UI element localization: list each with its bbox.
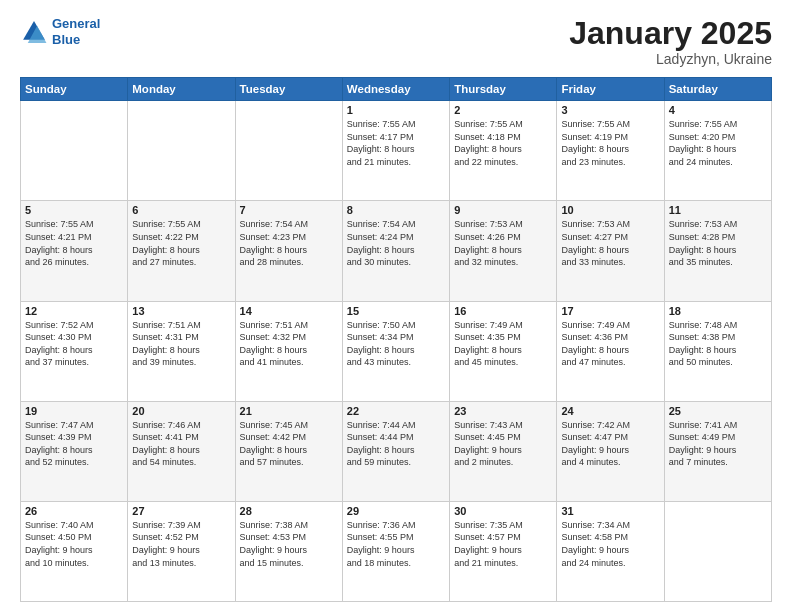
- day-info: Sunrise: 7:49 AM Sunset: 4:36 PM Dayligh…: [561, 319, 659, 369]
- day-info: Sunrise: 7:42 AM Sunset: 4:47 PM Dayligh…: [561, 419, 659, 469]
- day-info: Sunrise: 7:55 AM Sunset: 4:22 PM Dayligh…: [132, 218, 230, 268]
- logo: General Blue: [20, 16, 100, 47]
- day-number: 19: [25, 405, 123, 417]
- day-info: Sunrise: 7:50 AM Sunset: 4:34 PM Dayligh…: [347, 319, 445, 369]
- header: General Blue January 2025 Ladyzhyn, Ukra…: [20, 16, 772, 67]
- calendar-cell: 18Sunrise: 7:48 AM Sunset: 4:38 PM Dayli…: [664, 301, 771, 401]
- day-number: 4: [669, 104, 767, 116]
- logo-text: General Blue: [52, 16, 100, 47]
- day-number: 20: [132, 405, 230, 417]
- calendar-cell: 27Sunrise: 7:39 AM Sunset: 4:52 PM Dayli…: [128, 501, 235, 601]
- day-number: 17: [561, 305, 659, 317]
- day-number: 26: [25, 505, 123, 517]
- day-number: 30: [454, 505, 552, 517]
- calendar-cell: 20Sunrise: 7:46 AM Sunset: 4:41 PM Dayli…: [128, 401, 235, 501]
- day-info: Sunrise: 7:55 AM Sunset: 4:21 PM Dayligh…: [25, 218, 123, 268]
- day-number: 9: [454, 204, 552, 216]
- calendar-cell: 21Sunrise: 7:45 AM Sunset: 4:42 PM Dayli…: [235, 401, 342, 501]
- calendar-cell: 23Sunrise: 7:43 AM Sunset: 4:45 PM Dayli…: [450, 401, 557, 501]
- day-info: Sunrise: 7:53 AM Sunset: 4:27 PM Dayligh…: [561, 218, 659, 268]
- location: Ladyzhyn, Ukraine: [569, 51, 772, 67]
- day-info: Sunrise: 7:55 AM Sunset: 4:19 PM Dayligh…: [561, 118, 659, 168]
- day-number: 12: [25, 305, 123, 317]
- calendar-cell: 13Sunrise: 7:51 AM Sunset: 4:31 PM Dayli…: [128, 301, 235, 401]
- calendar-week-1: 1Sunrise: 7:55 AM Sunset: 4:17 PM Daylig…: [21, 101, 772, 201]
- calendar-cell: 29Sunrise: 7:36 AM Sunset: 4:55 PM Dayli…: [342, 501, 449, 601]
- calendar-cell: 24Sunrise: 7:42 AM Sunset: 4:47 PM Dayli…: [557, 401, 664, 501]
- calendar-cell: 28Sunrise: 7:38 AM Sunset: 4:53 PM Dayli…: [235, 501, 342, 601]
- day-info: Sunrise: 7:53 AM Sunset: 4:28 PM Dayligh…: [669, 218, 767, 268]
- day-info: Sunrise: 7:36 AM Sunset: 4:55 PM Dayligh…: [347, 519, 445, 569]
- calendar-cell: 15Sunrise: 7:50 AM Sunset: 4:34 PM Dayli…: [342, 301, 449, 401]
- calendar-header-sunday: Sunday: [21, 78, 128, 101]
- day-number: 25: [669, 405, 767, 417]
- day-info: Sunrise: 7:52 AM Sunset: 4:30 PM Dayligh…: [25, 319, 123, 369]
- day-number: 1: [347, 104, 445, 116]
- calendar-header-friday: Friday: [557, 78, 664, 101]
- calendar-header-wednesday: Wednesday: [342, 78, 449, 101]
- calendar-cell: 12Sunrise: 7:52 AM Sunset: 4:30 PM Dayli…: [21, 301, 128, 401]
- calendar-week-2: 5Sunrise: 7:55 AM Sunset: 4:21 PM Daylig…: [21, 201, 772, 301]
- calendar-cell: [664, 501, 771, 601]
- calendar-cell: 22Sunrise: 7:44 AM Sunset: 4:44 PM Dayli…: [342, 401, 449, 501]
- day-number: 22: [347, 405, 445, 417]
- day-info: Sunrise: 7:49 AM Sunset: 4:35 PM Dayligh…: [454, 319, 552, 369]
- day-number: 23: [454, 405, 552, 417]
- calendar-header-thursday: Thursday: [450, 78, 557, 101]
- title-block: January 2025 Ladyzhyn, Ukraine: [569, 16, 772, 67]
- calendar-week-5: 26Sunrise: 7:40 AM Sunset: 4:50 PM Dayli…: [21, 501, 772, 601]
- calendar-cell: [235, 101, 342, 201]
- calendar-header-monday: Monday: [128, 78, 235, 101]
- day-number: 6: [132, 204, 230, 216]
- day-info: Sunrise: 7:55 AM Sunset: 4:17 PM Dayligh…: [347, 118, 445, 168]
- calendar-cell: 9Sunrise: 7:53 AM Sunset: 4:26 PM Daylig…: [450, 201, 557, 301]
- calendar-header-tuesday: Tuesday: [235, 78, 342, 101]
- calendar-header-row: SundayMondayTuesdayWednesdayThursdayFrid…: [21, 78, 772, 101]
- calendar-cell: 7Sunrise: 7:54 AM Sunset: 4:23 PM Daylig…: [235, 201, 342, 301]
- day-number: 28: [240, 505, 338, 517]
- calendar-cell: 14Sunrise: 7:51 AM Sunset: 4:32 PM Dayli…: [235, 301, 342, 401]
- day-number: 24: [561, 405, 659, 417]
- calendar-cell: 3Sunrise: 7:55 AM Sunset: 4:19 PM Daylig…: [557, 101, 664, 201]
- day-number: 16: [454, 305, 552, 317]
- day-info: Sunrise: 7:39 AM Sunset: 4:52 PM Dayligh…: [132, 519, 230, 569]
- calendar-cell: 31Sunrise: 7:34 AM Sunset: 4:58 PM Dayli…: [557, 501, 664, 601]
- day-number: 10: [561, 204, 659, 216]
- day-info: Sunrise: 7:47 AM Sunset: 4:39 PM Dayligh…: [25, 419, 123, 469]
- day-info: Sunrise: 7:34 AM Sunset: 4:58 PM Dayligh…: [561, 519, 659, 569]
- day-number: 27: [132, 505, 230, 517]
- day-number: 13: [132, 305, 230, 317]
- day-number: 7: [240, 204, 338, 216]
- day-number: 29: [347, 505, 445, 517]
- day-number: 2: [454, 104, 552, 116]
- calendar-cell: 8Sunrise: 7:54 AM Sunset: 4:24 PM Daylig…: [342, 201, 449, 301]
- day-number: 15: [347, 305, 445, 317]
- calendar-cell: 10Sunrise: 7:53 AM Sunset: 4:27 PM Dayli…: [557, 201, 664, 301]
- day-info: Sunrise: 7:55 AM Sunset: 4:18 PM Dayligh…: [454, 118, 552, 168]
- calendar-cell: 11Sunrise: 7:53 AM Sunset: 4:28 PM Dayli…: [664, 201, 771, 301]
- day-info: Sunrise: 7:54 AM Sunset: 4:24 PM Dayligh…: [347, 218, 445, 268]
- calendar-week-4: 19Sunrise: 7:47 AM Sunset: 4:39 PM Dayli…: [21, 401, 772, 501]
- calendar-cell: 16Sunrise: 7:49 AM Sunset: 4:35 PM Dayli…: [450, 301, 557, 401]
- calendar-header-saturday: Saturday: [664, 78, 771, 101]
- calendar-week-3: 12Sunrise: 7:52 AM Sunset: 4:30 PM Dayli…: [21, 301, 772, 401]
- day-number: 11: [669, 204, 767, 216]
- day-info: Sunrise: 7:35 AM Sunset: 4:57 PM Dayligh…: [454, 519, 552, 569]
- calendar-cell: 17Sunrise: 7:49 AM Sunset: 4:36 PM Dayli…: [557, 301, 664, 401]
- calendar-cell: [21, 101, 128, 201]
- page: General Blue January 2025 Ladyzhyn, Ukra…: [0, 0, 792, 612]
- day-number: 14: [240, 305, 338, 317]
- day-info: Sunrise: 7:40 AM Sunset: 4:50 PM Dayligh…: [25, 519, 123, 569]
- day-number: 21: [240, 405, 338, 417]
- day-number: 5: [25, 204, 123, 216]
- calendar-cell: [128, 101, 235, 201]
- calendar-cell: 25Sunrise: 7:41 AM Sunset: 4:49 PM Dayli…: [664, 401, 771, 501]
- month-title: January 2025: [569, 16, 772, 51]
- day-info: Sunrise: 7:38 AM Sunset: 4:53 PM Dayligh…: [240, 519, 338, 569]
- day-info: Sunrise: 7:53 AM Sunset: 4:26 PM Dayligh…: [454, 218, 552, 268]
- calendar-cell: 26Sunrise: 7:40 AM Sunset: 4:50 PM Dayli…: [21, 501, 128, 601]
- calendar-cell: 6Sunrise: 7:55 AM Sunset: 4:22 PM Daylig…: [128, 201, 235, 301]
- logo-icon: [20, 18, 48, 46]
- calendar-cell: 4Sunrise: 7:55 AM Sunset: 4:20 PM Daylig…: [664, 101, 771, 201]
- day-number: 8: [347, 204, 445, 216]
